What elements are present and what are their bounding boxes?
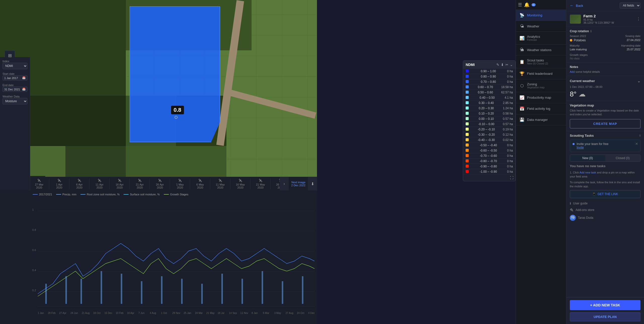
timeline-date-7[interactable]: 🛰 26 Apr 2020 [150,178,170,190]
selected-field[interactable] [130,6,220,142]
growth-stages-label: Growth stages [570,53,588,56]
svg-text:24 Oct: 24 Oct [297,312,304,314]
timeline-date-12[interactable]: 🛰 21 May 2020 [251,178,271,190]
scout-tasks-icon: 📋 [519,59,525,64]
ndmi-expand-icon[interactable]: ⌄ [510,63,513,67]
user-guide-row[interactable]: ℹ User guide [570,200,640,207]
analytics-sublabel: Forecast [527,39,540,41]
growth-stages-value: No data [570,57,640,60]
start-date-label: Start date [3,72,27,75]
timeline-date-9[interactable]: 🛰 6 May 2020 [190,178,210,190]
end-date-input[interactable]: 31 Dec 2021 📅 [3,87,27,92]
weather-chevron-icon[interactable]: ⌄ [637,79,640,83]
ndmi-edit-icon[interactable]: ✎ [496,63,499,67]
notes-add-link[interactable]: Add [570,70,575,73]
scouting-info-icon[interactable]: ℹ [639,134,640,137]
farm-area: 91.8 ha [583,18,614,21]
svg-text:27 Apr: 27 Apr [59,312,67,314]
weather-label: Weather [527,24,539,28]
svg-rect-13 [80,279,82,304]
timeline-date-6[interactable]: 🛰 21 Apr 2020 [130,178,150,190]
harvesting-label: Harvesting date [621,44,640,47]
weather-content: 1 Dec 2022, 07:00 – 08:00 8° ☁ [570,83,640,98]
get-link-button[interactable]: 📱 GET THE LINK [570,190,640,198]
back-arrow-icon[interactable]: ← [570,3,574,8]
addons-row[interactable]: 🔌 Add-ons store [570,207,640,213]
weather-header[interactable]: Current weather ⌄ [570,79,640,83]
sidebar-item-activity-log[interactable]: 📅 Field activity log [516,103,566,114]
add-new-task-button[interactable]: + ADD NEW TASK [570,300,640,310]
end-date-label: End date [3,84,27,87]
sidebar-item-scout-tasks[interactable]: 📋 Scout tasks New (8) Closed (2) [516,55,566,68]
harvesting-value: 25.07.2022 [627,48,640,51]
sidebar-item-analytics[interactable]: 📊 Analytics Forecast [516,32,566,45]
svg-text:10 Apr: 10 Apr [127,312,135,314]
sidebar-item-monitoring[interactable]: 📡 Monitoring [516,10,566,21]
sidebar-item-data-manager[interactable]: 💾 Data manager [516,114,566,125]
timeline-date-10[interactable]: 🛰 11 May 2020 [210,178,230,190]
svg-rect-14 [101,271,102,304]
timeline-date-1[interactable]: 🛰 27 Mar 2020 [29,178,49,190]
timeline-date-11[interactable]: 🛰 16 May 2020 [230,178,251,190]
analytics-label: Analytics [527,35,540,39]
user-name: Taras Duda [578,216,593,220]
timeline-date-3[interactable]: 🛰 6 Apr 2020 [69,178,90,190]
tab-closed[interactable]: Closed (0) [605,155,640,161]
update-plan-button[interactable]: UPDATE PLAN [570,312,640,321]
timeline-date-13[interactable]: 🛰 26 May 2020 [271,178,280,190]
timeline-date-8[interactable]: 🛰 1 May 2020 [170,178,190,190]
sidebar-item-productivity[interactable]: 📈 Productivity map [516,92,566,103]
back-button[interactable]: Back [576,4,583,8]
crop-color-dot [570,39,572,42]
timeline-date-4[interactable]: 🛰 11 Apr 2020 [90,178,110,190]
chart-svg: 1 0.8 0.6 0.4 0.2 [30,191,317,324]
create-map-button[interactable]: CREATE MAP [570,119,640,128]
data-manager-icon: 💾 [519,117,525,122]
timeline-bar[interactable]: ‹ ☁ 17 Mar 2020 🛰 27 Mar 2020 🛰 1 Apr 20… [0,177,317,191]
season-label: Season 2022 [570,34,586,38]
map-area[interactable]: 0.8 ⊞ + − ✎ ◎ Clouds 0 h/s / 0% Press he… [0,0,317,324]
svg-rect-21 [242,279,243,304]
ndmi-download-icon[interactable]: ⬇ [501,63,504,67]
sidebar-header: ← Back All fields [566,0,644,11]
farm-name: Farm 2 [583,14,614,18]
sidebar-item-weather-stations[interactable]: 🌦 Weather stations [516,45,566,55]
user-guide-label: User guide [573,202,588,205]
crop-rotation-info-icon[interactable]: ℹ [590,30,591,33]
invite-dot [573,143,575,145]
start-date-input[interactable]: 1 Jan 2017 📅 [3,75,27,81]
zoning-label: Zoning [527,82,545,86]
notes-title: Notes [570,65,578,69]
fields-selector[interactable]: All fields [620,3,640,9]
weather-data-select[interactable]: Moisture [3,98,27,104]
scouting-title: Scouting Tasks [570,134,594,137]
svg-text:0.8: 0.8 [32,228,36,231]
notifications-icon[interactable]: 🔔 [524,2,530,8]
index-select[interactable]: NDMI NDVI [3,63,27,69]
menu-icon[interactable]: ☰ [518,2,522,8]
invite-link[interactable]: Invite [577,146,584,149]
svg-text:0.4: 0.4 [32,269,36,272]
ndmi-scissors-icon[interactable]: ✂ [505,63,508,67]
add-new-task-link[interactable]: Add new task [580,171,596,174]
weather-icon: 🌤 [519,24,525,28]
sidebar-item-weather[interactable]: 🌤 Weather [516,21,566,32]
svg-text:1 Jan: 1 Jan [38,312,44,314]
leaderboard-label: Field leaderboard [527,72,552,76]
svg-rect-18 [181,279,183,304]
timeline-date-5[interactable]: 🛰 16 Apr 2020 [110,178,130,190]
crop-name: Potatoes [574,39,586,42]
svg-text:21 Aug: 21 Aug [82,312,90,314]
invite-close-icon[interactable]: ✕ [635,142,638,146]
ndmi-panel-title: NDMI [466,63,475,67]
sidebar-item-zoning[interactable]: ⬡ Zoning Vegetation map [516,79,566,92]
timeline-next[interactable]: › [280,177,289,191]
tab-new[interactable]: New (0) [570,155,605,161]
svg-rect-22 [262,271,263,304]
ndmi-fullscreen-icon[interactable]: ⛶ [510,176,513,180]
download-timeline[interactable]: ⬇ [308,177,317,191]
sidebar-item-leaderboard[interactable]: 🏆 Field leaderboard [516,68,566,79]
farm-menu-icon[interactable]: ⋮ [636,17,640,21]
timeline-date-2[interactable]: 🛰 1 Apr 2020 [49,178,69,190]
ndmi-panel: NDMI ✎ ⬇ ✂ ⌄ 0.90 – 1.000 ha 0.80 – 0.90… [463,60,516,181]
